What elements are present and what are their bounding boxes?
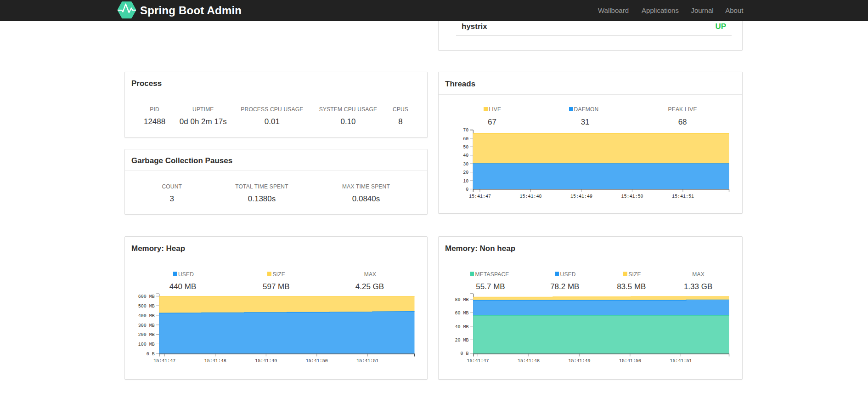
svg-text:200 MB: 200 MB — [138, 332, 155, 337]
svg-text:10: 10 — [463, 179, 468, 184]
svg-text:20: 20 — [463, 170, 468, 175]
svg-text:60: 60 — [463, 137, 468, 142]
svg-text:50: 50 — [463, 145, 468, 150]
svg-text:100 MB: 100 MB — [138, 342, 155, 347]
svg-text:60 MB: 60 MB — [455, 311, 469, 316]
svg-text:15:41:50: 15:41:50 — [621, 194, 643, 199]
svg-text:40 MB: 40 MB — [455, 325, 469, 330]
svg-text:15:41:50: 15:41:50 — [306, 359, 328, 364]
svg-text:15:41:51: 15:41:51 — [356, 359, 378, 364]
svg-text:15:41:47: 15:41:47 — [469, 194, 491, 199]
svg-text:15:41:47: 15:41:47 — [467, 359, 489, 364]
svg-text:600 MB: 600 MB — [138, 294, 155, 299]
svg-text:80 MB: 80 MB — [455, 297, 469, 302]
svg-text:0 B: 0 B — [461, 351, 469, 356]
svg-text:15:41:49: 15:41:49 — [570, 194, 592, 199]
svg-text:15:41:51: 15:41:51 — [670, 359, 692, 364]
svg-text:0: 0 — [466, 187, 468, 192]
svg-text:15:41:49: 15:41:49 — [568, 359, 590, 364]
svg-text:500 MB: 500 MB — [138, 304, 155, 309]
svg-text:0 B: 0 B — [147, 352, 155, 357]
svg-text:300 MB: 300 MB — [138, 323, 155, 328]
svg-text:15:41:48: 15:41:48 — [204, 359, 226, 364]
svg-text:40: 40 — [463, 153, 468, 158]
svg-text:30: 30 — [463, 162, 468, 167]
svg-text:20 MB: 20 MB — [455, 338, 469, 343]
svg-text:15:41:51: 15:41:51 — [672, 194, 694, 199]
svg-text:400 MB: 400 MB — [138, 313, 155, 319]
svg-text:15:41:50: 15:41:50 — [619, 359, 641, 364]
svg-text:15:41:49: 15:41:49 — [255, 359, 277, 364]
svg-text:70: 70 — [463, 128, 468, 133]
svg-text:15:41:48: 15:41:48 — [519, 194, 541, 199]
svg-text:15:41:47: 15:41:47 — [153, 359, 175, 364]
svg-text:15:41:48: 15:41:48 — [518, 359, 540, 364]
